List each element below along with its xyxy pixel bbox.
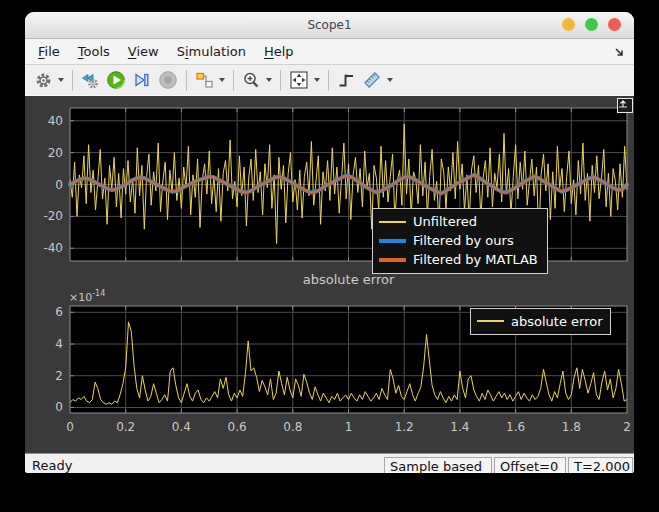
menu-bar: File Tools View Simulation Help [25,39,634,65]
toolbar-separator [72,70,73,91]
legend-line-filtered-ours [379,239,406,243]
desktop-background: Scope1 File Tools View Simulation Help [0,0,659,512]
legend-entry-unfiltered: Unfiltered [379,212,539,231]
window-title: Scope1 [307,18,351,32]
x-tick-label: 1.4 [450,420,469,434]
expand-panel-icon [618,99,628,108]
trigger-icon [337,71,356,90]
stop-icon [158,70,178,90]
toolbar-separator [233,70,234,91]
blocks-icon [195,71,214,90]
settings-button[interactable] [31,69,67,92]
ruler-icon [362,70,382,90]
title-bar[interactable]: Scope1 [25,12,634,39]
dropdown-icon [219,78,225,82]
y-tick-label: -20 [43,209,63,223]
status-message: Ready [25,458,384,473]
x-tick-label: 0.4 [172,420,191,434]
minimize-button[interactable] [562,18,575,31]
x-tick-label: 1.2 [395,420,414,434]
y-tick-label: 0 [55,400,63,414]
scope-display: 40200-20-40024600.20.40.60.811.21.41.61.… [25,96,634,453]
x-tick-label: 2 [623,420,631,434]
dropdown-icon [314,78,320,82]
toolbar-separator [186,70,187,91]
window-controls [562,18,621,31]
menu-file[interactable]: File [29,41,69,62]
dock-arrow-icon[interactable] [614,44,626,63]
legend-label: Filtered by ours [413,233,514,248]
fit-to-view-button[interactable] [286,68,323,92]
y-axis-multiplier: ×10-14 [69,289,105,304]
legend-entry-filtered-ours: Filtered by ours [379,231,539,250]
menu-tools[interactable]: Tools [69,41,119,62]
trigger-button[interactable] [334,69,359,92]
x-tick-label: 0.8 [283,420,302,434]
legend-bottom[interactable]: absolute error [470,308,611,335]
legend-label: Filtered by MATLAB [413,252,538,267]
legend-line-filtered-matlab [379,258,406,262]
legend-label: absolute error [511,314,603,329]
y-tick-label: -40 [43,241,63,255]
x-tick-label: 1.8 [562,420,581,434]
gear-icon [34,71,53,90]
zoom-button[interactable] [585,18,598,31]
step-forward-icon [132,70,152,90]
toolbar [25,65,634,96]
y-tick-label: 4 [55,337,63,351]
y-tick-label: 6 [55,305,63,319]
sim-time-indicator: T=2.000 [568,457,633,474]
legend-entry-abs-error: absolute error [477,312,602,330]
menu-view[interactable]: View [119,41,168,62]
step-back-button[interactable] [78,69,103,92]
legend-label: Unfiltered [413,214,477,229]
step-back-icon [81,71,100,90]
close-button[interactable] [608,18,621,31]
dropdown-icon [387,78,393,82]
plot2-title: absolute error [70,272,627,287]
legend-line-abs-error [477,320,504,322]
x-tick-label: 0.2 [116,420,135,434]
x-tick-label: 0 [66,420,74,434]
run-button[interactable] [103,68,129,92]
toolbar-separator [280,70,281,91]
y-tick-label: 0 [55,178,63,192]
menu-simulation[interactable]: Simulation [168,41,255,62]
y-tick-label: 40 [48,114,63,128]
offset-indicator: Offset=0 [494,457,566,474]
measurements-button[interactable] [359,68,396,92]
dropdown-icon [266,78,272,82]
magnifier-icon [242,71,261,90]
dropdown-icon [58,78,64,82]
stop-button[interactable] [155,68,181,92]
x-tick-label: 0.6 [228,420,247,434]
step-forward-button[interactable] [129,68,155,92]
y-tick-label: 2 [55,369,63,383]
x-tick-label: 1.6 [506,420,525,434]
toolbar-separator [328,70,329,91]
simulink-blocks-button[interactable] [192,69,228,92]
menu-help[interactable]: Help [255,41,303,62]
play-icon [106,70,126,90]
scope-window: Scope1 File Tools View Simulation Help [25,12,634,473]
legend-entry-filtered-matlab: Filtered by MATLAB [379,250,539,269]
expand-panel-button[interactable] [617,98,633,113]
x-tick-label: 1 [345,420,353,434]
legend-line-unfiltered [379,221,406,223]
y-tick-label: 20 [48,146,63,160]
status-bar: Ready Sample based Offset=0 T=2.000 [25,453,634,473]
fit-to-view-icon [289,70,309,90]
zoom-button-toolbar[interactable] [239,69,275,92]
sample-mode-indicator: Sample based [384,457,492,474]
legend-top[interactable]: Unfiltered Filtered by ours Filtered by … [372,208,548,274]
